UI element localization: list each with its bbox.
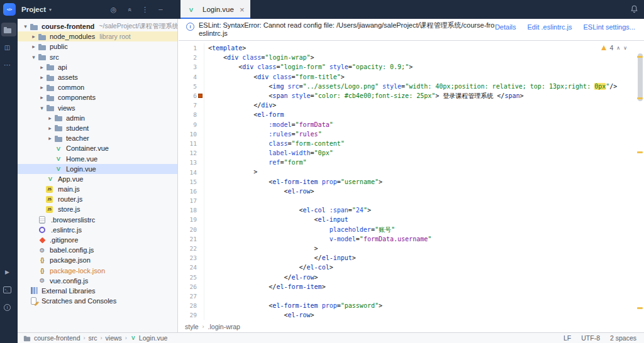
tree-item-vue-config-js[interactable]: ⚙vue.config.js xyxy=(18,276,177,286)
prev-warning-icon[interactable]: ∧ xyxy=(616,45,620,51)
code-line[interactable]: <div class="login-wrap"> xyxy=(208,53,635,62)
code-line[interactable]: <el-form-item prop="username"> xyxy=(208,177,635,187)
code-line[interactable]: <el-form xyxy=(208,110,635,119)
tree-item-eslintrc-js[interactable]: .eslintrc.js xyxy=(18,225,177,235)
chevron-right-icon[interactable]: ▸ xyxy=(38,74,46,80)
gutter-line[interactable]: 2 xyxy=(179,53,204,62)
code-line[interactable]: :model="formData" xyxy=(208,120,635,129)
breadcrumb-style[interactable]: style xyxy=(185,323,199,330)
tree-item-teacher[interactable]: ▸teacher xyxy=(18,133,177,143)
warning-stripe-mark[interactable] xyxy=(637,97,643,99)
tree-item-assets[interactable]: ▸assets xyxy=(18,72,177,82)
chevron-down-icon[interactable]: ▾ xyxy=(21,23,30,30)
tree-item-container-vue[interactable]: VContainer.vue xyxy=(18,143,177,153)
project-folder-button[interactable] xyxy=(1,23,16,36)
code-line[interactable]: <el-input xyxy=(208,215,635,224)
status-nav-course-frontend[interactable]: course-frontend xyxy=(23,334,80,342)
tree-item-views[interactable]: ▾views xyxy=(18,103,177,113)
code-line[interactable]: </div> xyxy=(208,101,635,110)
tree-item-browserslistrc[interactable]: .browserslistrc xyxy=(18,215,177,225)
code-line[interactable]: <el-row> xyxy=(208,187,635,196)
tree-item-home-vue[interactable]: VHome.vue xyxy=(18,153,177,163)
banner-action-eslint-settings[interactable]: ESLint settings... xyxy=(583,23,635,40)
code-line[interactable]: <el-col :span="24"> xyxy=(208,205,635,215)
gutter-line[interactable]: 18 xyxy=(179,205,204,215)
gutter-line[interactable]: 21 xyxy=(179,234,204,244)
chevron-right-icon[interactable]: ▸ xyxy=(46,135,54,141)
code-line[interactable]: <el-row> xyxy=(208,310,635,320)
more-vertical-button[interactable]: ⋮ xyxy=(140,3,153,16)
code-line[interactable]: <img src="../assets/Logo.png" style="wid… xyxy=(208,82,635,91)
tree-item-router-js[interactable]: JSrouter.js xyxy=(18,194,177,204)
warning-stripe-mark[interactable] xyxy=(637,151,643,153)
problems-button[interactable]: i xyxy=(1,300,16,314)
gutter-line[interactable]: 22 xyxy=(179,244,204,253)
banner-action-edit-eslintrc-js[interactable]: Edit .eslintrc.js xyxy=(528,23,572,40)
gutter-line[interactable]: 27 xyxy=(179,291,204,301)
gutter-line[interactable]: 4 xyxy=(179,72,204,82)
code-line[interactable]: :rules="rules" xyxy=(208,129,635,139)
chevron-right-icon[interactable]: ▸ xyxy=(30,43,38,50)
code-line[interactable]: <template> xyxy=(208,43,635,53)
tree-item-login-vue[interactable]: VLogin.vue xyxy=(18,164,177,174)
tree-item-student[interactable]: ▸student xyxy=(18,123,177,133)
tree-item-package-json[interactable]: {}package.json xyxy=(18,255,177,265)
banner-action-details[interactable]: Details xyxy=(495,23,516,40)
status-widget-2-spaces[interactable]: 2 spaces xyxy=(610,334,636,342)
code-line[interactable]: <span style="color: #cb4e00;font-size: 2… xyxy=(208,91,635,101)
tree-item-public[interactable]: ▸public xyxy=(18,41,177,52)
run-button[interactable]: ▶ xyxy=(1,265,16,279)
gutter-line[interactable]: 12 xyxy=(179,148,204,158)
gutter-line[interactable]: 16 xyxy=(179,187,204,196)
gutter-line[interactable]: 25 xyxy=(179,273,204,282)
status-nav-src[interactable]: src xyxy=(89,334,97,342)
tree-item-babel-config-js[interactable]: ⚙babel.config.js xyxy=(18,245,177,255)
status-widget-utf-8[interactable]: UTF-8 xyxy=(581,334,600,342)
locate-button[interactable]: ◎ xyxy=(108,3,122,16)
warning-stripe-mark[interactable] xyxy=(637,56,643,58)
tree-item-src[interactable]: ▾src xyxy=(18,52,177,62)
tree-item-app-vue[interactable]: VApp.vue xyxy=(18,174,177,184)
tree-item-package-lock-json[interactable]: {}package-lock.json xyxy=(18,266,177,276)
project-tool-window-header[interactable]: Project ▾ xyxy=(21,0,52,19)
code-line[interactable]: </el-form-item> xyxy=(208,282,635,291)
gutter-line[interactable]: 14 xyxy=(179,167,204,177)
gutter-line[interactable]: 10 xyxy=(179,129,204,139)
tree-item-course-frontend[interactable]: ▾course-frontend~/saleProject/课程管理系统/cou… xyxy=(18,21,177,31)
inspections-widget[interactable]: 4 ∧ ∨ xyxy=(598,43,630,52)
code-line[interactable]: placeholder="账号" xyxy=(208,225,635,234)
editor[interactable]: 1234567891011121314151617181920212223242… xyxy=(179,41,644,321)
code-line[interactable]: > xyxy=(208,244,635,253)
hide-button[interactable]: ─ xyxy=(155,3,169,16)
gutter-line[interactable]: 9 xyxy=(179,120,204,129)
tree-item-main-js[interactable]: JSmain.js xyxy=(18,184,177,194)
gutter-line[interactable]: 28 xyxy=(179,301,204,310)
gutter-line[interactable]: 17 xyxy=(179,196,204,205)
tree-item-gitignore[interactable]: .gitignore xyxy=(18,235,177,245)
close-icon[interactable]: × xyxy=(240,6,245,14)
tab-login-vue[interactable]: V Login.vue × xyxy=(180,0,250,19)
gutter-line[interactable]: 20 xyxy=(179,225,204,234)
tree-item-api[interactable]: ▸api xyxy=(18,62,177,72)
chevron-right-icon[interactable]: ▸ xyxy=(38,64,46,70)
tree-item-admin[interactable]: ▸admin xyxy=(18,113,177,123)
warning-stripe-mark[interactable] xyxy=(637,307,643,309)
tree-item-node-modules[interactable]: ▸node_moduleslibrary root xyxy=(18,31,177,41)
structure-button[interactable]: ◫ xyxy=(1,40,16,54)
code-line[interactable]: label-width="0px" xyxy=(208,148,635,158)
code-line[interactable]: ref="form" xyxy=(208,158,635,167)
collapse-all-button[interactable]: « xyxy=(124,3,138,16)
tree-item-common[interactable]: ▸common xyxy=(18,82,177,92)
tree-item-scratches-and-consoles[interactable]: Scratches and Consoles xyxy=(18,296,177,306)
gutter-line[interactable]: 8 xyxy=(179,110,204,119)
gutter-line[interactable]: 13 xyxy=(179,158,204,167)
code-line[interactable]: <div class="form-title"> xyxy=(208,72,635,82)
chevron-down-icon[interactable]: ▾ xyxy=(38,105,46,111)
gutter-line[interactable]: 6 xyxy=(179,91,204,101)
code-line[interactable]: </el-input> xyxy=(208,253,635,263)
terminal-button[interactable]: >_ xyxy=(1,283,16,297)
code-line[interactable]: <el-form-item prop="password"> xyxy=(208,301,635,310)
code-line[interactable]: </el-col> xyxy=(208,263,635,272)
chevron-down-icon[interactable]: ▾ xyxy=(30,54,38,60)
chevron-right-icon[interactable]: ▸ xyxy=(46,115,54,121)
